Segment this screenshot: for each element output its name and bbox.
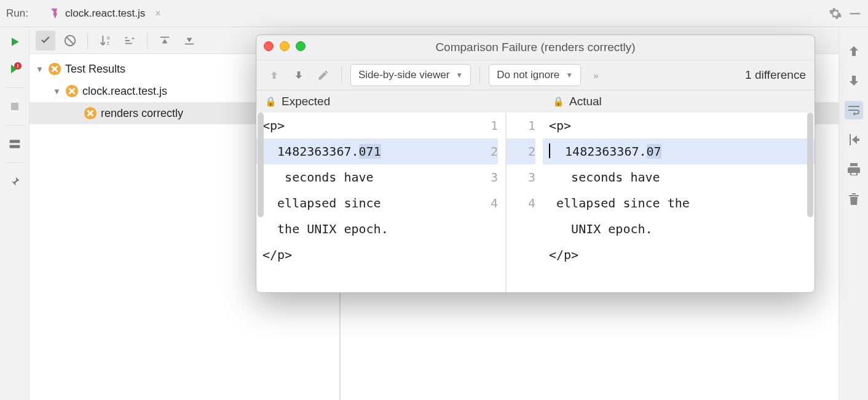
popup-toolbar: Side-by-side viewer ▼ Do not ignore ▼ » … bbox=[256, 60, 815, 90]
svg-text:!: ! bbox=[17, 63, 18, 69]
up-arrow-icon[interactable] bbox=[845, 42, 863, 60]
down-arrow-icon[interactable] bbox=[845, 71, 863, 90]
code-line: <p> bbox=[256, 113, 469, 138]
prev-failed-icon[interactable] bbox=[155, 31, 175, 50]
stop-icon[interactable] bbox=[6, 98, 23, 115]
viewer-mode-label: Side-by-side viewer bbox=[358, 69, 449, 81]
popup-titlebar[interactable]: Comparison Failure (renders correctly) bbox=[256, 35, 815, 60]
show-passed-icon[interactable] bbox=[36, 31, 55, 50]
code-line-diff: 1482363367.07 bbox=[543, 138, 815, 164]
jest-icon bbox=[48, 7, 60, 20]
scroll-to-end-icon[interactable] bbox=[845, 130, 863, 149]
layout-icon[interactable] bbox=[6, 135, 23, 153]
minimize-window-icon[interactable] bbox=[280, 41, 290, 51]
chevron-down-icon: ▼ bbox=[566, 71, 573, 79]
code-line: <p> bbox=[543, 113, 815, 138]
more-icon[interactable]: » bbox=[593, 70, 598, 81]
prev-diff-icon[interactable] bbox=[265, 66, 283, 84]
diff-headers: 🔒Expected 🔒Actual bbox=[256, 90, 815, 113]
lock-icon: 🔒 bbox=[553, 96, 564, 107]
diff-body: <p> 1482363367.071 seconds have ellapsed… bbox=[256, 113, 815, 292]
svg-line-7 bbox=[67, 37, 74, 44]
svg-text:z: z bbox=[107, 41, 109, 46]
top-bar: Run: clock.react.test.js × bbox=[0, 0, 868, 27]
sort-icon[interactable]: az bbox=[95, 31, 115, 50]
scrollbar-thumb[interactable] bbox=[258, 113, 264, 217]
lock-icon: 🔒 bbox=[265, 96, 277, 107]
right-rail bbox=[838, 27, 868, 400]
comparison-popup: Comparison Failure (renders correctly) S… bbox=[256, 34, 815, 293]
soft-wrap-icon[interactable] bbox=[845, 101, 863, 119]
code-line: seconds have bbox=[543, 164, 815, 190]
actual-pane[interactable]: <p> 1482363367.07 seconds have ellapsed … bbox=[543, 113, 815, 292]
actual-label: Actual bbox=[569, 95, 602, 108]
status-failed-icon bbox=[48, 62, 61, 76]
popup-title: Comparison Failure (renders correctly) bbox=[256, 41, 815, 54]
viewer-mode-dropdown[interactable]: Side-by-side viewer ▼ bbox=[350, 64, 471, 86]
svg-rect-0 bbox=[850, 13, 861, 14]
chevron-down-icon: ▼ bbox=[456, 71, 463, 79]
next-failed-icon[interactable] bbox=[180, 31, 199, 50]
tree-test-label: renders correctly bbox=[101, 107, 183, 120]
tree-file-label: clock.react.test.js bbox=[82, 85, 167, 98]
diff-count: 1 difference bbox=[745, 68, 806, 82]
expected-pane[interactable]: <p> 1482363367.071 seconds have ellapsed… bbox=[256, 113, 469, 292]
run-tab[interactable]: clock.react.test.js × bbox=[39, 4, 170, 23]
ignore-mode-dropdown[interactable]: Do not ignore ▼ bbox=[489, 64, 581, 86]
code-line: seconds have bbox=[256, 164, 469, 190]
tab-title: clock.react.test.js bbox=[65, 7, 145, 20]
code-line: the UNIX epoch. bbox=[256, 216, 469, 242]
settings-icon[interactable] bbox=[829, 7, 842, 20]
svg-rect-3 bbox=[11, 103, 18, 110]
code-line: UNIX epoch. bbox=[543, 216, 815, 242]
gutter-right: 1 2 3 4 bbox=[506, 113, 543, 292]
status-failed-icon bbox=[65, 84, 79, 98]
expand-icon[interactable] bbox=[120, 31, 140, 50]
run-icon[interactable] bbox=[6, 33, 23, 50]
next-diff-icon[interactable] bbox=[290, 66, 308, 84]
minimize-icon[interactable] bbox=[848, 7, 862, 20]
code-line: ellapsed since the bbox=[543, 190, 815, 216]
code-line: </p> bbox=[543, 242, 815, 268]
svg-rect-4 bbox=[9, 140, 20, 143]
edit-icon[interactable] bbox=[314, 66, 333, 84]
svg-rect-11 bbox=[185, 43, 194, 44]
code-line: ellapsed since bbox=[256, 190, 469, 216]
rerun-failed-icon[interactable]: ! bbox=[6, 60, 23, 78]
gutter-left: 1 2 3 4 bbox=[469, 113, 506, 292]
svg-rect-10 bbox=[160, 36, 170, 38]
print-icon[interactable] bbox=[845, 160, 863, 178]
expected-label: Expected bbox=[282, 95, 330, 108]
svg-rect-5 bbox=[9, 145, 20, 148]
scrollbar-thumb[interactable] bbox=[807, 113, 813, 217]
tree-root-label: Test Results bbox=[65, 63, 125, 76]
left-rail: ! bbox=[0, 27, 30, 400]
trash-icon[interactable] bbox=[845, 190, 863, 208]
status-failed-icon bbox=[84, 106, 97, 120]
run-label: Run: bbox=[6, 7, 28, 20]
close-window-icon[interactable] bbox=[264, 41, 274, 51]
close-tab-icon[interactable]: × bbox=[155, 8, 160, 19]
chevron-down-icon: ▼ bbox=[53, 87, 61, 96]
show-ignored-icon[interactable] bbox=[60, 31, 80, 50]
code-line-diff: 1482363367.071 bbox=[256, 138, 469, 164]
zoom-window-icon[interactable] bbox=[296, 41, 306, 51]
pin-icon[interactable] bbox=[6, 173, 23, 190]
ignore-mode-label: Do not ignore bbox=[497, 69, 559, 81]
svg-text:a: a bbox=[107, 35, 110, 41]
code-line: </p> bbox=[256, 242, 469, 268]
chevron-down-icon: ▼ bbox=[36, 65, 44, 74]
